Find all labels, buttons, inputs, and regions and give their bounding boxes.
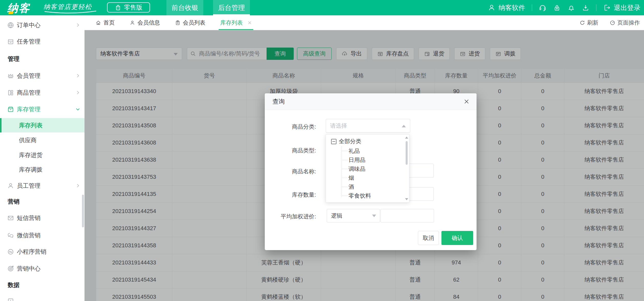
sidebar-item-partial[interactable] [0,295,85,301]
globe-icon [7,22,14,29]
sidebar-item-sms-marketing[interactable]: 短信营销 [0,212,85,224]
confirm-button[interactable]: 确认 [441,231,473,245]
sidebar-item-product-management[interactable]: 商品管理 [0,86,85,99]
sidebar-item-label: 任务管理 [17,38,40,46]
tree-scrollbar-thumb[interactable] [406,141,408,165]
wechat-icon [7,232,14,239]
page-tabbar: 首页 会员信息 会员列表 库存列表 [85,15,644,30]
tab-label: 会员列表 [183,19,205,27]
sidebar-item-miniprogram-marketing[interactable]: 小程序营销 [0,246,85,258]
logic-select-value: 逻辑 [331,209,342,222]
tree-node-category[interactable]: 调味品 [326,164,403,173]
nav-tab-cashier[interactable]: 前台收银 [166,0,203,15]
brand-tagline: 纳客管店更轻松 [44,3,92,11]
sidebar-item-marketing-center[interactable]: 营销中心 [0,262,85,275]
sidebar-item-label: 商品管理 [17,89,40,97]
bell-icon[interactable] [567,4,575,12]
nav-tab-backend[interactable]: 后台管理 [213,0,250,15]
tab-close-icon[interactable] [248,21,252,25]
sidebar-item-member-management[interactable]: 会员管理 [0,70,85,82]
refresh-button[interactable]: 刷新 [579,19,598,27]
tab-member-info[interactable]: 会员信息 [130,15,160,30]
sidebar-subitem-supplier[interactable]: 供应商 [0,134,85,146]
scroll-down-icon[interactable] [405,198,408,200]
tab-member-list[interactable]: 会员列表 [175,15,205,30]
sidebar-item-order-center[interactable]: 订单中心 [0,19,85,31]
logout-button[interactable]: 退出登录 [603,3,640,12]
crown-icon [7,72,14,79]
inventory-box-icon [7,106,14,113]
sidebar-subitem-inventory-list[interactable]: 库存列表 [0,118,85,132]
sidebar-item-task-management[interactable]: 任务管理 [0,35,85,48]
caret-down-icon [372,215,376,217]
sidebar-item-label: 订单中心 [17,21,40,29]
headset-icon[interactable] [539,4,546,12]
tree-node-category[interactable]: 烟 [326,173,403,182]
mini-program-icon [7,248,14,255]
sidebar-scrollbar-thumb[interactable] [82,195,84,227]
tab-inventory-list[interactable]: 库存列表 [220,15,252,30]
query-dialog: 查询 商品分类: 商品类型: 商品名称: 库存数量: 平均加权进价: 请选择 逻… [265,93,477,250]
sidebar-subitem-inventory-purchase[interactable]: 库存进货 [0,149,85,161]
sidebar-item-label: 会员管理 [17,72,40,80]
sidebar-item-staff-management[interactable]: 员工管理 [0,180,85,192]
header-right-area: 纳客软件 [488,0,640,15]
sidebar-item-label: 小程序营销 [17,248,46,256]
tree-node-category[interactable]: 酒 [326,182,403,191]
sidebar-item-label: 库存管理 [17,105,40,113]
main-panel: 首页 会员信息 会员列表 库存列表 [85,15,644,301]
chevron-right-icon [75,73,80,78]
sidebar-item-wechat-marketing[interactable]: 微信营销 [0,229,85,241]
sidebar-subitem-label: 库存调拨 [19,166,43,174]
report-icon [7,298,14,301]
scroll-up-icon[interactable] [405,137,408,139]
mail-icon [7,215,14,221]
field-label-category: 商品分类: [265,123,316,131]
cancel-button[interactable]: 取消 [418,231,439,245]
header-divider [596,4,596,11]
sidebar-item-inventory-management[interactable]: 库存管理 [0,103,85,115]
gauge-icon [610,20,615,26]
tree-scrollbar[interactable] [405,136,409,201]
download-icon[interactable] [582,4,589,12]
sidebar-subitem-label: 库存列表 [19,121,43,129]
user-menu[interactable]: 纳客软件 [488,3,525,12]
sidebar-item-label: 营销中心 [17,265,40,273]
sidebar-subitem-inventory-transfer[interactable]: 库存调拨 [0,163,85,176]
sidebar-item-label: 员工管理 [17,182,40,190]
field-label-name: 商品名称: [265,168,316,175]
close-icon[interactable] [462,97,471,106]
person-icon [7,182,14,189]
collapse-icon[interactable] [331,139,336,144]
user-icon [488,4,495,12]
chevron-right-icon [75,90,80,95]
lock-icon[interactable] [553,4,561,12]
sidebar-subitem-label: 库存进货 [19,151,43,159]
tree-node-category[interactable]: 零食饮料 [326,191,403,200]
avg-price-input[interactable] [381,209,434,222]
tab-label: 会员信息 [138,19,160,27]
sidebar-section-data: 数据 [8,279,19,291]
tree-node-category[interactable]: 日用品 [326,155,403,164]
refresh-label: 刷新 [587,19,598,27]
sidebar-section-marketing: 营销 [8,195,19,208]
header-divider [532,4,532,11]
field-label-type: 商品类型: [265,147,316,154]
category-select[interactable]: 请选择 [326,119,410,133]
page-operations-button[interactable]: 页面操作 [610,19,640,27]
app-window: 纳客 纳客管店更轻松 零售版 前台收银 后台管理 [0,0,644,301]
sidebar-section-management: 管理 [8,53,19,65]
logout-icon [603,4,611,12]
home-icon [96,20,101,26]
tree-node-category[interactable]: 礼品 [326,147,403,155]
clipboard-icon [175,20,181,26]
logic-select[interactable]: 逻辑 [327,209,380,222]
sidebar: 订单中心 任务管理 管理 会员管理 [0,15,85,301]
category-tree-dropdown: 全部分类 礼品 日用品 调味品 烟 酒 零食饮料 [326,134,409,203]
field-label-avg-price: 平均加权进价: [265,213,316,220]
target-icon [7,265,14,272]
tabbar-actions: 刷新 页面操作 [579,15,644,30]
tab-home[interactable]: 首页 [96,15,115,30]
tree-node-all-categories[interactable]: 全部分类 [331,138,361,145]
header-nav: 前台收银 后台管理 [166,0,250,15]
